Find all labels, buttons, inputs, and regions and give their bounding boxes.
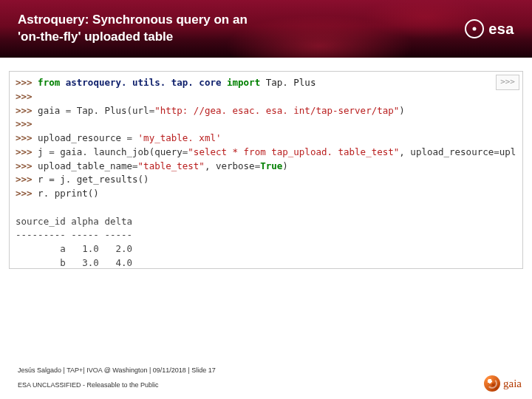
prompt-icon: >>> xyxy=(16,105,33,116)
output-header: source_id alpha delta xyxy=(16,215,516,229)
prompt-icon: >>> xyxy=(16,77,33,88)
code-panel: >>> >>> from astroquery. utils. tap. cor… xyxy=(9,71,523,269)
gaia-swirl-icon xyxy=(484,375,500,392)
prompt-icon: >>> xyxy=(16,118,33,129)
esa-logo: esa xyxy=(465,19,514,38)
output-row-2: b 3.0 4.0 xyxy=(16,256,516,269)
footer-meta: Jesús Salgado | TAP+| IVOA @ Washington … xyxy=(18,366,216,374)
code-line-2: >>> xyxy=(16,90,516,104)
prompt-icon: >>> xyxy=(16,174,33,185)
gaia-logo: gaia xyxy=(484,375,522,392)
prompt-icon: >>> xyxy=(16,160,33,171)
prompt-icon: >>> xyxy=(16,146,33,157)
title-line-2: 'on-the-fly' uploaded table xyxy=(18,30,173,44)
esa-logo-text: esa xyxy=(488,21,514,38)
output-blank xyxy=(16,201,516,215)
title-line-1: Astroquery: Synchronous query on an xyxy=(18,13,248,27)
slide-footer: Jesús Salgado | TAP+| IVOA @ Washington … xyxy=(18,366,216,389)
code-line-8: >>> r = j. get_results() xyxy=(16,173,516,187)
slide-title: Astroquery: Synchronous query on an 'on-… xyxy=(18,12,248,46)
prompt-icon: >>> xyxy=(16,188,33,199)
code-line-6: >>> j = gaia. launch_job(query="select *… xyxy=(16,146,516,160)
esa-logo-icon xyxy=(465,19,484,38)
output-row-1: a 1.0 2.0 xyxy=(16,242,516,256)
prompt-toggle-button[interactable]: >>> xyxy=(496,75,519,90)
code-line-5: >>> upload_resource = 'my_table. xml' xyxy=(16,132,516,146)
slide-header: Astroquery: Synchronous query on an 'on-… xyxy=(0,0,532,58)
code-line-3: >>> gaia = Tap. Plus(url="http: //gea. e… xyxy=(16,104,516,118)
gaia-logo-text: gaia xyxy=(503,378,522,390)
code-line-4: >>> xyxy=(16,117,516,132)
code-line-7: >>> upload_table_name="table_test", verb… xyxy=(16,160,516,174)
output-sep: --------- ----- ----- xyxy=(16,228,516,242)
prompt-icon: >>> xyxy=(16,91,33,102)
prompt-icon: >>> xyxy=(16,132,33,143)
code-line-9: >>> r. pprint() xyxy=(16,187,516,201)
footer-classification: ESA UNCLASSIFIED - Releasable to the Pub… xyxy=(18,381,216,389)
code-line-1: >>> from astroquery. utils. tap. core im… xyxy=(16,76,516,90)
